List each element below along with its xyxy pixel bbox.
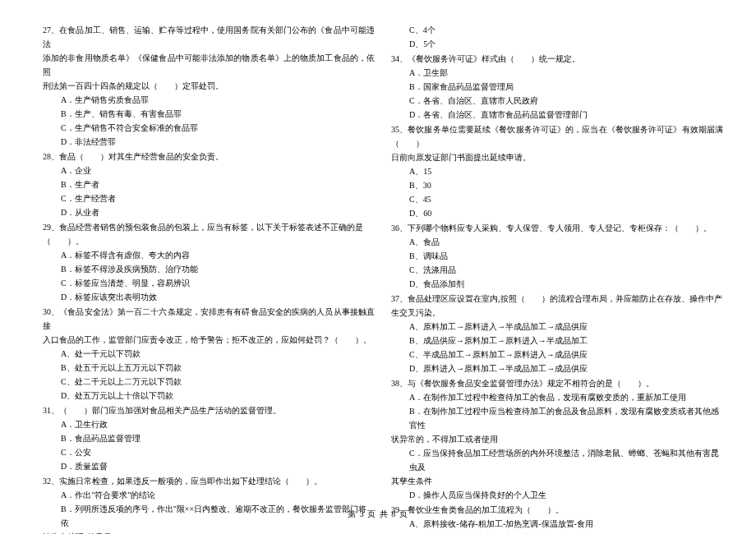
- q38-opt-d: D．操作人员应当保持良好的个人卫生: [391, 488, 723, 502]
- q29-stem: （ ）。: [43, 234, 375, 248]
- q27-stem: 刑法第一百四十四条的规定以（ ）定罪处罚。: [43, 79, 375, 93]
- q36-opt-c: C、洗涤用品: [391, 263, 723, 277]
- q32-opt-a: A．作出"符合要求"的结论: [43, 488, 375, 502]
- q28-opt-b: B．生产者: [43, 177, 375, 191]
- q28-opt-a: A．企业: [43, 163, 375, 177]
- q38-opt-b: 状异常的，不得加工或者使用: [391, 432, 723, 446]
- q31-opt-a: A．卫生行政: [43, 417, 375, 431]
- q32-stem: 32、实施日常检查，如果违反一般项的，应当即作出如下处理结论（ ）。: [43, 474, 375, 488]
- q29-opt-a: A．标签不得含有虚假、夸大的内容: [43, 248, 375, 262]
- q35-opt-b: B、30: [391, 178, 723, 192]
- q29-opt-b: B．标签不得涉及疾病预防、治疗功能: [43, 262, 375, 276]
- q37-opt-a: A、原料加工→原料进入→半成品加工→成品供应: [391, 320, 723, 334]
- q27-opt-d: D．非法经营罪: [43, 135, 375, 149]
- q38-opt-c: C．应当保持食品加工经营场所的内外环境整洁，消除老鼠、蟑螂、苍蝇和其他有害昆虫及: [391, 446, 723, 474]
- page-footer: 第 3 页 共 8 页: [0, 507, 756, 521]
- q34-opt-d: D．各省、自治区、直辖市食品药品监督管理部门: [391, 108, 723, 122]
- q38-stem: 38、与《餐饮服务食品安全监督管理办法》规定不相符合的是（ ）。: [391, 376, 723, 390]
- right-column: C、4个 D、5个 34、《餐饮服务许可证》样式由（ ）统一规定。 A．卫生部 …: [391, 23, 723, 534]
- q37-opt-d: D、原料进入→原料加工→半成品加工→成品供应: [391, 361, 723, 375]
- q38-opt-c: 其孳生条件: [391, 474, 723, 488]
- q37-stem: 生交叉污染。: [391, 306, 723, 320]
- q36-opt-d: D、食品添加剂: [391, 277, 723, 291]
- q29-opt-d: D．标签应该突出表明功效: [43, 290, 375, 304]
- q34-stem: 34、《餐饮服务许可证》样式由（ ）统一规定。: [391, 52, 723, 66]
- q29-opt-c: C．标签应当清楚、明显，容易辨识: [43, 276, 375, 290]
- q29-stem: 29、食品经营者销售的预包装食品的包装上，应当有标签，以下关于标签表述不正确的是: [43, 220, 375, 234]
- q31-opt-d: D．质量监督: [43, 459, 375, 473]
- q38-opt-a: A．在制作加工过程中检查待加工的食品，发现有腐败变质的，重新加工使用: [391, 390, 723, 404]
- q34-opt-a: A．卫生部: [391, 66, 723, 80]
- q38-opt-b: B．在制作加工过程中应当检查待加工的食品及食品原料，发现有腐败变质或者其他感官性: [391, 404, 723, 432]
- q27-opt-c: C．生产销售不符合安全标准的食品罪: [43, 121, 375, 135]
- q34-opt-b: B．国家食品药品监督管理局: [391, 80, 723, 94]
- q30-stem: 入口食品的工作，监管部门应责令改正，给予警告；拒不改正的，应如何处罚？（ ）。: [43, 333, 375, 347]
- q28-opt-d: D．从业者: [43, 205, 375, 219]
- q35-stem: 35、餐饮服务单位需要延续《餐饮服务许可证》的，应当在《餐饮服务许可证》有效期届…: [391, 122, 723, 150]
- q39-opt-b: B、原料接收-储存-粗加工-加热烹调-食用: [391, 531, 723, 534]
- q28-stem: 28、食品（ ）对其生产经营食品的安全负责。: [43, 150, 375, 163]
- q35-stem: 日前向原发证部门书面提出延续申请。: [391, 150, 723, 164]
- q30-opt-c: C、处二千元以上二万元以下罚款: [43, 375, 375, 389]
- q32-opt-b: 法作出处理"的意见: [43, 530, 375, 534]
- q36-opt-b: B、调味品: [391, 249, 723, 263]
- q37-stem: 37、食品处理区应设置在室内,按照（ ）的流程合理布局，并应能防止在存放、操作中…: [391, 292, 723, 306]
- q37-opt-c: C、半成品加工→原料加工→原料进入→成品供应: [391, 348, 723, 361]
- q27-opt-a: A．生产销售劣质食品罪: [43, 93, 375, 107]
- q30-opt-d: D、处五万元以上十倍以下罚款: [43, 389, 375, 403]
- q33-opt-d: D、5个: [391, 37, 723, 51]
- q30-opt-b: B、处五千元以上五万元以下罚款: [43, 361, 375, 375]
- q27-stem: 添加的非食用物质名单》《保健食品中可能非法添加的物质名单》上的物质加工食品的，依…: [43, 51, 375, 79]
- left-column: 27、在食品加工、销售、运输、贮存等过程中，使用国务院有关部门公布的《食品中可能…: [43, 23, 375, 534]
- q28-opt-c: C．生产经营者: [43, 191, 375, 205]
- q36-opt-a: A、食品: [391, 235, 723, 249]
- q30-stem: 30、《食品安全法》第一百二十六条规定，安排患有有碍食品安全的疾病的人员从事接触…: [43, 305, 375, 333]
- q27-opt-b: B．生产、销售有毒、有害食品罪: [43, 107, 375, 121]
- q35-opt-d: D、60: [391, 206, 723, 220]
- q37-opt-b: B、成品供应→原料加工→原料进入→半成品加工: [391, 334, 723, 348]
- q36-stem: 36、下列哪个物料应专人采购、专人保管、专人领用、专人登记、专柜保存：（ ）。: [391, 221, 723, 235]
- q33-opt-c: C、4个: [391, 23, 723, 37]
- q35-opt-c: C、45: [391, 192, 723, 206]
- q31-opt-b: B．食品药品监督管理: [43, 431, 375, 445]
- q35-opt-a: A、15: [391, 164, 723, 178]
- q34-opt-c: C．各省、自治区、直辖市人民政府: [391, 94, 723, 108]
- q30-opt-a: A、处一千元以下罚款: [43, 347, 375, 361]
- q31-opt-c: C．公安: [43, 445, 375, 459]
- q31-stem: 31、（ ）部门应当加强对食品相关产品生产活动的监督管理。: [43, 403, 375, 417]
- q27-stem: 27、在食品加工、销售、运输、贮存等过程中，使用国务院有关部门公布的《食品中可能…: [43, 23, 375, 51]
